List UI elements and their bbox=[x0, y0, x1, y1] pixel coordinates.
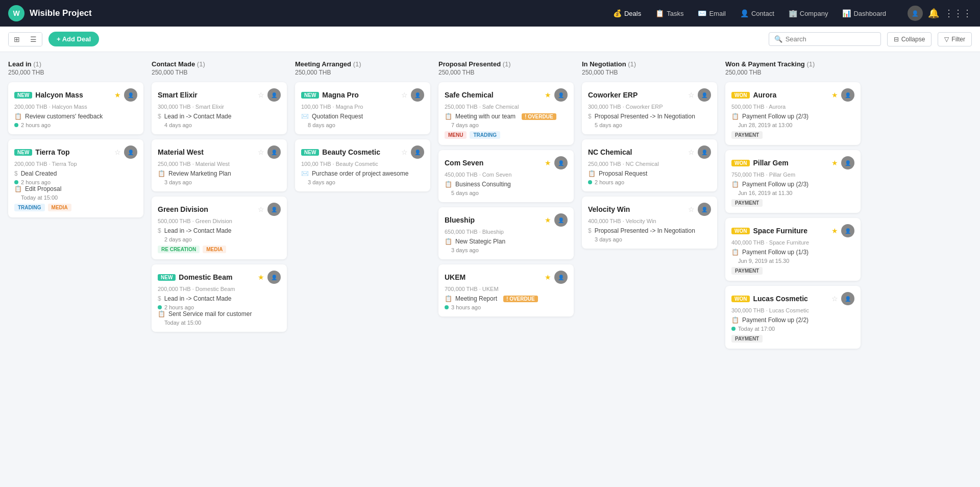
card-avatar: 👤 bbox=[124, 88, 137, 102]
star-icon[interactable]: ★ bbox=[545, 216, 551, 224]
card-green-division[interactable]: Green Division ☆ 👤 500,000 THB · Green D… bbox=[152, 197, 287, 259]
card-title: Aurora bbox=[753, 91, 828, 99]
card-halcyon[interactable]: NEW Halcyon Mass ★ 👤 200,000 THB · Halcy… bbox=[8, 82, 143, 134]
card-amount: 400,000 THB · Space Furniture bbox=[731, 239, 854, 246]
card-ukem[interactable]: UKEM ★ 👤 700,000 THB · UKEM 📋 Meeting Re… bbox=[438, 264, 574, 316]
card-header: Coworker ERP ☆ 👤 bbox=[588, 88, 711, 102]
card-safe-chemical[interactable]: Safe Chemical ★ 👤 250,000 THB · Safe Che… bbox=[438, 82, 574, 145]
card-date: Jun 9, 2019 at 15.30 bbox=[731, 258, 854, 264]
card-tags: PAYMENT bbox=[731, 131, 854, 139]
nav-deals[interactable]: 💰 Deals bbox=[608, 6, 646, 20]
star-icon[interactable]: ★ bbox=[114, 91, 121, 99]
star-icon[interactable]: ★ bbox=[831, 91, 838, 99]
card-tierra[interactable]: NEW Tierra Top ☆ 👤 200,000 THB · Tierra … bbox=[8, 139, 143, 217]
nav-right: 👤 🔔 ⋮⋮⋮ bbox=[908, 6, 972, 21]
add-deal-button[interactable]: + Add Deal bbox=[48, 32, 99, 46]
column-amount: 250,000 THB bbox=[152, 69, 287, 76]
nav-company[interactable]: 🏢 Company bbox=[783, 6, 834, 20]
status-dot bbox=[14, 123, 18, 127]
card-velocity-win[interactable]: Velocity Win ☆ 👤 400,000 THB · Velocity … bbox=[582, 197, 717, 249]
column-lead-in: Lead in (1) 250,000 THB NEW Halcyon Mass… bbox=[8, 60, 143, 475]
card-badge: NEW bbox=[14, 92, 32, 99]
apps-grid-icon[interactable]: ⋮⋮⋮ bbox=[944, 8, 972, 19]
task-icon: 📋 bbox=[731, 181, 739, 188]
column-title: Meeting Arranged (1) bbox=[295, 60, 430, 68]
card-badge: WON bbox=[731, 228, 750, 234]
grid-view-button[interactable]: ⊞ bbox=[9, 33, 25, 46]
card-amount: 250,000 THB · NC Chemical bbox=[588, 161, 711, 167]
card-domestic-beam[interactable]: NEW Domestic Beam ★ 👤 200,000 THB · Dome… bbox=[152, 264, 287, 332]
star-icon[interactable]: ★ bbox=[545, 273, 551, 281]
card-material-west[interactable]: Material West ☆ 👤 250,000 THB · Material… bbox=[152, 139, 287, 191]
card-time: 3 days ago bbox=[158, 179, 281, 185]
filter-button[interactable]: ▽ Filter bbox=[938, 32, 972, 46]
card-coworker-erp[interactable]: Coworker ERP ☆ 👤 300,000 THB · Coworker … bbox=[582, 82, 717, 134]
card-header: WON Pillar Gem ★ 👤 bbox=[731, 156, 854, 169]
column-header-contact-made: Contact Made (1) 250,000 THB bbox=[152, 60, 287, 76]
card-task: 📋 Payment Follow up (2/3) bbox=[731, 113, 854, 120]
search-input[interactable] bbox=[786, 35, 875, 43]
card-time: 3 days ago bbox=[588, 236, 711, 242]
nav-email[interactable]: ✉️ Email bbox=[693, 6, 731, 20]
column-amount: 250,000 THB bbox=[8, 69, 143, 76]
card-title: Com Seven bbox=[445, 159, 542, 167]
star-icon[interactable]: ★ bbox=[831, 159, 838, 167]
column-amount: 250,000 THB bbox=[438, 69, 574, 76]
task-icon: 📋 bbox=[731, 113, 739, 120]
card-lucas-cosmetic[interactable]: WON Lucas Cosmetic ☆ 👤 300,000 THB · Luc… bbox=[725, 286, 861, 349]
star-icon[interactable]: ☆ bbox=[114, 148, 121, 156]
star-icon[interactable]: ★ bbox=[545, 159, 551, 167]
card-header: NEW Magna Pro ☆ 👤 bbox=[301, 88, 424, 102]
star-icon[interactable]: ☆ bbox=[688, 205, 695, 213]
list-view-button[interactable]: ☰ bbox=[25, 33, 42, 46]
card-title: Smart Elixir bbox=[158, 91, 255, 99]
card-blueship[interactable]: Blueship ★ 👤 650,000 THB · Blueship 📋 Ne… bbox=[438, 207, 574, 259]
notifications-bell[interactable]: 🔔 bbox=[928, 8, 939, 19]
star-icon[interactable]: ★ bbox=[545, 91, 551, 99]
column-title: Proposal Presented (1) bbox=[438, 60, 574, 68]
card-beauty-cosmetic[interactable]: NEW Beauty Cosmetic ☆ 👤 100,00 THB · Bea… bbox=[295, 139, 430, 191]
card-title: UKEM bbox=[445, 273, 542, 281]
card-title: Safe Chemical bbox=[445, 91, 542, 99]
user-avatar[interactable]: 👤 bbox=[908, 6, 923, 21]
card-com-seven[interactable]: Com Seven ★ 👤 450,000 THB · Com Seven 📋 … bbox=[438, 150, 574, 202]
payment-tag: PAYMENT bbox=[731, 199, 763, 207]
card-amount: 100,00 THB · Beauty Cosmetic bbox=[301, 161, 424, 167]
star-icon[interactable]: ★ bbox=[258, 273, 264, 281]
logo-icon: W bbox=[8, 5, 24, 21]
card-nc-chemical[interactable]: NC Chemical ☆ 👤 250,000 THB · NC Chemica… bbox=[582, 139, 717, 191]
star-icon[interactable]: ☆ bbox=[258, 91, 264, 99]
star-icon[interactable]: ★ bbox=[831, 227, 838, 235]
card-aurora[interactable]: WON Aurora ★ 👤 500,000 THB · Aurora 📋 Pa… bbox=[725, 82, 861, 145]
card-smart-elixir[interactable]: Smart Elixir ☆ 👤 300,000 THB · Smart Eli… bbox=[152, 82, 287, 134]
card-task: ✉️ Purchase order of project awesome bbox=[301, 170, 424, 177]
star-icon[interactable]: ☆ bbox=[401, 91, 408, 99]
card-magna-pro[interactable]: NEW Magna Pro ☆ 👤 100,00 THB · Magna Pro… bbox=[295, 82, 430, 134]
column-contact-made: Contact Made (1) 250,000 THB Smart Elixi… bbox=[152, 60, 287, 475]
collapse-button[interactable]: ⊟ Collapse bbox=[887, 32, 932, 46]
nav-tasks[interactable]: 📋 Tasks bbox=[650, 6, 689, 20]
status-dot bbox=[158, 305, 162, 309]
payment-tag: PAYMENT bbox=[731, 267, 763, 275]
card-badge: WON bbox=[731, 296, 750, 302]
kanban-board: Lead in (1) 250,000 THB NEW Halcyon Mass… bbox=[0, 52, 980, 483]
navbar: W Wisible Project 💰 Deals 📋 Tasks ✉️ Ema… bbox=[0, 0, 980, 27]
star-icon[interactable]: ☆ bbox=[401, 148, 408, 156]
email-icon: ✉️ bbox=[698, 9, 706, 17]
card-title: Green Division bbox=[158, 205, 255, 213]
star-icon[interactable]: ☆ bbox=[831, 295, 838, 303]
overdue-badge: ! OVERDUE bbox=[503, 296, 538, 302]
card-task: 📋 New Stategic Plan bbox=[445, 238, 568, 245]
star-icon[interactable]: ☆ bbox=[688, 148, 695, 156]
card-space-furniture[interactable]: WON Space Furniture ★ 👤 400,000 THB · Sp… bbox=[725, 218, 861, 281]
nav-contact[interactable]: 👤 Contact bbox=[735, 6, 779, 20]
star-icon[interactable]: ☆ bbox=[258, 148, 264, 156]
card-avatar: 👤 bbox=[554, 213, 568, 227]
card-pillar-gem[interactable]: WON Pillar Gem ★ 👤 750,000 THB · Pillar … bbox=[725, 150, 861, 213]
star-icon[interactable]: ☆ bbox=[688, 91, 695, 99]
card-task: ✉️ Quotation Request bbox=[301, 113, 424, 120]
nav-dashboard[interactable]: 📊 Dashboard bbox=[837, 6, 891, 20]
star-icon[interactable]: ☆ bbox=[258, 205, 264, 213]
card-header: Smart Elixir ☆ 👤 bbox=[158, 88, 281, 102]
card-title: Velocity Win bbox=[588, 205, 685, 213]
